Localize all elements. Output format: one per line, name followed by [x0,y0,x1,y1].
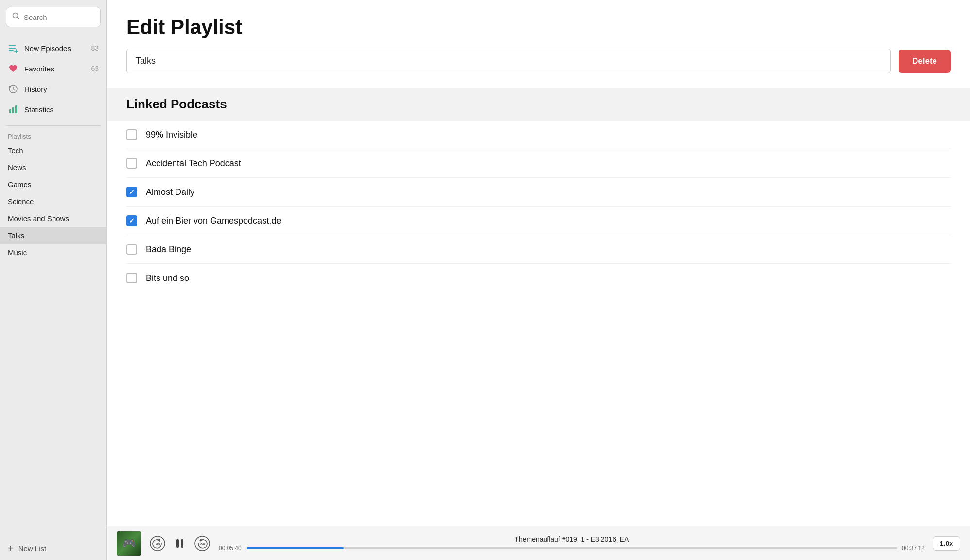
main-scroll: Edit Playlist Delete Linked Podcasts 99%… [107,0,970,526]
svg-rect-10 [12,107,14,113]
playlist-item-science[interactable]: Science [0,193,106,210]
svg-text:30: 30 [156,542,160,546]
playlist-item-movies-shows[interactable]: Movies and Shows [0,210,106,227]
podcast-name-bada-binge: Bada Binge [146,245,191,255]
speed-button[interactable]: 1.0x [933,536,960,551]
svg-rect-11 [15,105,17,113]
playlist-name-input[interactable] [126,49,891,73]
playlists-list: Tech News Games Science Movies and Shows… [0,142,106,261]
playlists-section-label: Playlists [0,128,106,142]
podcast-name-accidental-tech: Accidental Tech Podcast [146,158,241,169]
player-total-time: 00:37:12 [902,545,925,552]
plus-icon: + [8,543,14,554]
svg-line-1 [18,18,19,19]
pause-button[interactable] [172,536,188,551]
podcast-name-auf-ein-bier: Auf ein Bier von Gamespodcast.de [146,216,281,226]
svg-rect-15 [176,539,179,548]
statistics-icon [8,104,18,115]
linked-podcasts-section: Linked Podcasts [107,88,970,121]
linked-podcasts-title: Linked Podcasts [126,97,951,112]
player-controls: 30 30 [149,535,211,552]
podcast-name-almost-daily: Almost Daily [146,187,194,197]
new-list-label: New List [18,544,47,553]
sidebar: New Episodes 83 Favorites 63 [0,0,107,560]
podcast-checkbox-99-invisible[interactable] [126,129,137,140]
new-episodes-count: 83 [91,44,99,52]
podcast-item-99-invisible: 99% Invisible [126,121,951,149]
playlist-item-games[interactable]: Games [0,176,106,193]
player-progress: 00:05:40 00:37:12 [219,545,925,552]
podcast-checkbox-bada-binge[interactable] [126,244,137,255]
podcast-checkbox-auf-ein-bier[interactable] [126,215,137,226]
sidebar-item-new-episodes[interactable]: New Episodes 83 [0,38,106,58]
history-label: History [24,85,99,93]
podcast-item-bits-und-so: Bits und so [126,264,951,292]
search-bar[interactable] [6,7,101,27]
progress-fill [247,547,344,549]
podcast-name-99-invisible: 99% Invisible [146,130,197,140]
favorites-icon [8,63,18,74]
page-title: Edit Playlist [126,16,951,39]
sidebar-divider [6,125,101,126]
svg-text:30: 30 [200,542,205,546]
playlist-item-music[interactable]: Music [0,244,106,261]
favorites-label: Favorites [24,65,85,73]
player-thumbnail [117,531,141,556]
new-episodes-icon [8,43,18,53]
delete-button[interactable]: Delete [899,50,951,73]
playlist-name-row: Delete [107,49,970,88]
playlist-item-talks[interactable]: Talks [0,227,106,244]
podcast-item-bada-binge: Bada Binge [126,235,951,264]
progress-track[interactable] [247,547,897,549]
podcast-item-almost-daily: Almost Daily [126,178,951,207]
svg-rect-16 [181,539,183,548]
favorites-count: 63 [91,65,99,72]
svg-rect-9 [9,109,11,113]
podcast-list: 99% Invisible Accidental Tech Podcast Al… [107,121,970,292]
playlist-item-news[interactable]: News [0,159,106,176]
forward-button[interactable]: 30 [194,535,211,552]
sidebar-item-favorites[interactable]: Favorites 63 [0,58,106,79]
new-list-button[interactable]: + New List [0,537,106,560]
edit-playlist-header: Edit Playlist [107,0,970,49]
history-icon [8,84,18,94]
nav-section: New Episodes 83 Favorites 63 [0,34,106,123]
player-info: Themenauflauf #019_1 - E3 2016: EA 00:05… [219,535,925,552]
player-bar: 30 30 [107,526,970,560]
search-icon [12,12,20,22]
main-content: Edit Playlist Delete Linked Podcasts 99%… [107,0,970,560]
statistics-label: Statistics [24,105,99,114]
podcast-item-accidental-tech: Accidental Tech Podcast [126,149,951,178]
podcast-checkbox-almost-daily[interactable] [126,187,137,197]
podcast-item-auf-ein-bier: Auf ein Bier von Gamespodcast.de [126,207,951,235]
rewind-button[interactable]: 30 [149,535,166,552]
sidebar-item-statistics[interactable]: Statistics [0,99,106,120]
player-episode-title: Themenauflauf #019_1 - E3 2016: EA [219,535,925,543]
podcast-name-bits-und-so: Bits und so [146,273,189,283]
search-input[interactable] [24,13,94,21]
new-episodes-label: New Episodes [24,44,85,52]
playlist-item-tech[interactable]: Tech [0,142,106,159]
podcast-checkbox-accidental-tech[interactable] [126,158,137,169]
player-thumb-image [117,531,141,556]
podcast-checkbox-bits-und-so[interactable] [126,273,137,283]
svg-marker-8 [9,86,11,88]
player-current-time: 00:05:40 [219,545,242,552]
sidebar-item-history[interactable]: History [0,79,106,99]
